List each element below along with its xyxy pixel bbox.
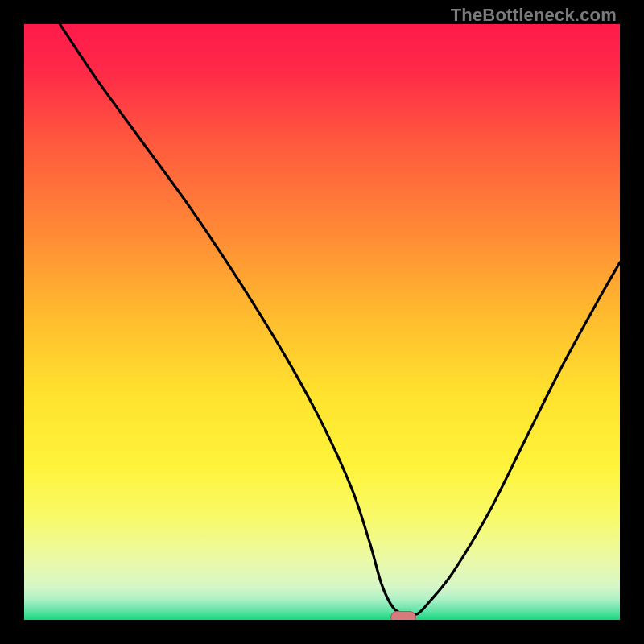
optimal-marker	[390, 611, 416, 620]
chart-frame: TheBottleneck.com	[0, 0, 644, 644]
watermark-text: TheBottleneck.com	[451, 5, 617, 26]
plot-area	[24, 24, 620, 620]
bottleneck-curve	[24, 24, 620, 620]
